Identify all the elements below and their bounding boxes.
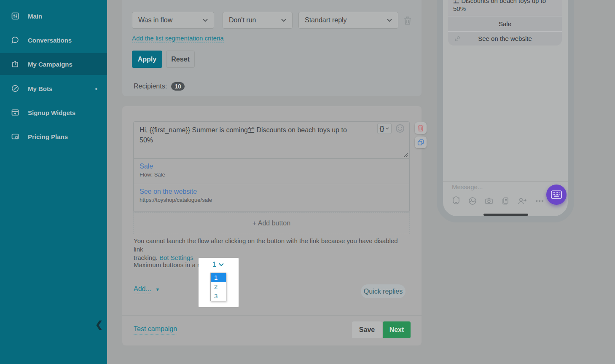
chevron-down-icon: [219, 263, 224, 266]
sidebar-item-main[interactable]: Main: [0, 6, 107, 26]
footer-divider: [122, 315, 422, 316]
pricing-icon: [11, 132, 19, 141]
bot-settings-link[interactable]: Bot Settings: [159, 254, 193, 261]
flow-button-subtitle: Flow: Sale: [140, 171, 403, 178]
bot-icon: [11, 84, 19, 93]
message-card: Hi, {{first_name}} Summer is coming⛱ Dis…: [122, 106, 422, 345]
sidebar: Main Conversations My Campaigns My Bots …: [0, 0, 107, 364]
sidebar-item-label: Pricing Plans: [28, 133, 68, 140]
add-more-label: Add...: [134, 285, 151, 294]
delete-message-button[interactable]: [415, 122, 427, 134]
condition-select-1[interactable]: Was in flow: [132, 12, 214, 29]
submenu-caret-icon[interactable]: ◂: [94, 86, 97, 91]
sidebar-item-label: Signup Widgets: [28, 109, 75, 116]
home-indicator: [483, 214, 528, 216]
next-button[interactable]: Next: [383, 321, 411, 338]
sidebar-item-my-bots[interactable]: My Bots ◂: [0, 78, 107, 99]
keyboard-icon: [551, 190, 562, 199]
variables-button-label: {}: [380, 125, 384, 132]
phone-preview: Hi, {{first_name}} Summer is coming ⛱ Di…: [437, 0, 574, 222]
copy-message-button[interactable]: [415, 136, 427, 148]
condition-select-3-value: Standart reply: [305, 16, 347, 24]
max-buttons-value: 1: [212, 261, 216, 268]
add-button[interactable]: + Add button: [133, 212, 410, 234]
url-button-subtitle: https://toyshop/catalogue/sale: [140, 197, 403, 203]
test-campaign-link[interactable]: Test campaign: [134, 325, 177, 335]
condition-select-2-value: Don't run: [229, 16, 256, 24]
documents-icon[interactable]: [501, 196, 510, 206]
variables-button[interactable]: {}: [377, 123, 392, 134]
bubble-button-label: Sale: [499, 20, 511, 27]
recipients-count-badge: 10: [171, 82, 185, 91]
input-bar-divider: [443, 181, 568, 182]
sidebar-item-label: Main: [28, 13, 42, 20]
sticker-icon[interactable]: [451, 196, 461, 206]
bubble-message-text: Hi, {{first_name}} Summer is coming ⛱ Di…: [448, 0, 562, 16]
url-button-row[interactable]: See on the website https://toyshop/catal…: [133, 184, 410, 211]
more-options-icon[interactable]: [534, 196, 545, 206]
tour-spotlight: 1 1 2 3: [199, 258, 239, 307]
input-toolbar: [451, 196, 545, 206]
share-contact-icon[interactable]: [517, 196, 527, 206]
flow-button-row[interactable]: Sale Flow: Sale: [133, 159, 410, 184]
link-icon: [454, 35, 461, 42]
sidebar-item-my-campaigns[interactable]: My Campaigns: [0, 53, 107, 75]
filter-panel: Was in flow Don't run Standart reply Add…: [122, 0, 422, 96]
sidebar-item-signup-widgets[interactable]: Signup Widgets: [0, 102, 107, 123]
chat-bubble-icon: [11, 36, 19, 44]
sidebar-item-label: My Bots: [28, 85, 52, 92]
keyboard-button[interactable]: [546, 185, 567, 205]
save-button[interactable]: Save: [352, 321, 382, 338]
message-text: Hi, {{first_name}} Summer is coming⛱ Dis…: [140, 125, 369, 145]
bubble-button-website[interactable]: See on the website: [448, 31, 562, 46]
option-1[interactable]: 1: [211, 273, 226, 282]
reset-button[interactable]: Reset: [166, 51, 195, 68]
segmentation-criteria-link[interactable]: Add the list segmentation criteria: [132, 35, 224, 43]
max-buttons-select[interactable]: 1: [212, 261, 224, 268]
widget-icon: [11, 108, 19, 117]
bubble-button-label: See on the website: [478, 35, 532, 42]
flow-button-title: Sale: [140, 163, 403, 170]
campaign-icon: [11, 60, 19, 68]
caret-down-icon: ▼: [155, 287, 160, 292]
apply-button[interactable]: Apply: [132, 51, 162, 68]
sidebar-item-label: My Campaigns: [28, 61, 73, 68]
image-icon[interactable]: [468, 196, 477, 206]
max-buttons-options-list: 1 2 3: [210, 273, 226, 301]
condition-select-1-value: Was in flow: [138, 16, 172, 24]
chat-message-bubble: Hi, {{first_name}} Summer is coming ⛱ Di…: [448, 0, 562, 46]
bubble-button-sale[interactable]: Sale: [448, 16, 562, 31]
sidebar-item-label: Conversations: [28, 37, 72, 44]
recipients-row: Recipients: 10: [134, 82, 185, 91]
resize-handle-icon[interactable]: [403, 153, 408, 158]
camera-icon[interactable]: [484, 196, 494, 206]
quick-replies-button[interactable]: Quick replies: [361, 284, 406, 298]
url-button-title: See on the website: [140, 188, 403, 195]
sidebar-item-conversations[interactable]: Conversations: [0, 30, 107, 50]
sidebar-item-pricing-plans[interactable]: Pricing Plans: [0, 126, 107, 147]
option-2[interactable]: 2: [211, 282, 226, 292]
link-tracking-note: You cannot launch the flow after clickin…: [134, 237, 408, 262]
copy-icon: [417, 139, 424, 146]
emoji-icon[interactable]: [395, 123, 405, 134]
page: Main Conversations My Campaigns My Bots …: [0, 0, 615, 364]
condition-select-3[interactable]: Standart reply: [298, 12, 398, 29]
max-buttons-label: Maximum buttons in a row:: [134, 261, 209, 268]
recipients-label: Recipients:: [134, 83, 167, 90]
chevron-down-icon: [281, 19, 286, 22]
chevron-down-icon: [387, 19, 392, 22]
trash-icon: [417, 124, 424, 132]
chevron-down-icon: [203, 19, 208, 22]
option-3[interactable]: 3: [211, 292, 226, 301]
condition-select-2[interactable]: Don't run: [223, 12, 293, 29]
message-input[interactable]: Message...: [452, 183, 483, 190]
sidebar-collapse-chevron-icon[interactable]: ❮: [95, 318, 105, 331]
message-textarea[interactable]: Hi, {{first_name}} Summer is coming⛱ Dis…: [133, 121, 410, 159]
delete-condition-trash-icon[interactable]: [403, 16, 412, 26]
chevron-down-icon: [385, 127, 389, 130]
main-icon: [11, 12, 19, 20]
add-more-dropdown[interactable]: Add... ▼: [134, 285, 160, 293]
